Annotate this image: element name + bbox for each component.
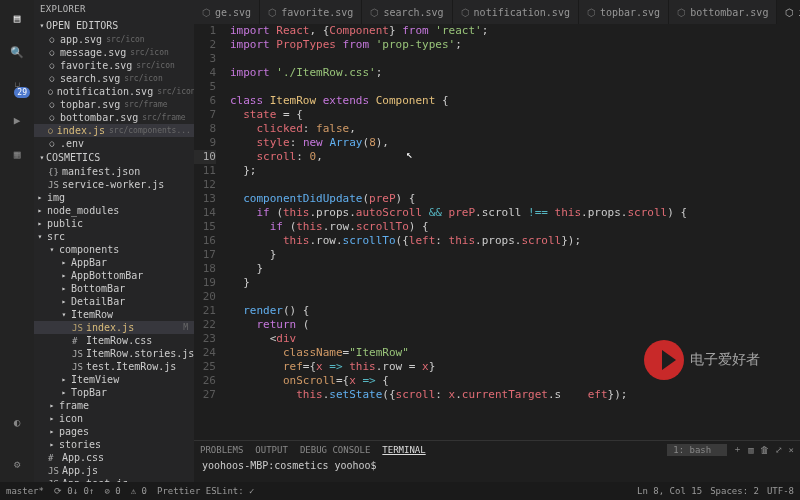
folder-itemrow[interactable]: ▾ItemRow (34, 308, 194, 321)
folder-appbar[interactable]: ▸AppBar (34, 256, 194, 269)
folder-node_modules[interactable]: ▸node_modules (34, 204, 194, 217)
close-icon[interactable]: ○ (48, 100, 56, 109)
cosmetics-header[interactable]: ▾COSMETICS (34, 150, 194, 165)
file-item[interactable]: JStest.ItemRow.js (34, 360, 194, 373)
file-item[interactable]: #ItemRow.css (34, 334, 194, 347)
folder-components[interactable]: ▾components (34, 243, 194, 256)
folder-src[interactable]: ▾src (34, 230, 194, 243)
code-line[interactable]: style: new Array(8), (230, 136, 800, 150)
folder-bottombar[interactable]: ▸BottomBar (34, 282, 194, 295)
sb-spaces[interactable]: Spaces: 2 (710, 486, 759, 496)
extensions-icon[interactable]: ▦ (7, 144, 27, 164)
code-line[interactable]: class ItemRow extends Component { (230, 94, 800, 108)
folder-icon[interactable]: ▸icon (34, 412, 194, 425)
terminal-tab-terminal[interactable]: TERMINAL (382, 445, 425, 455)
code-line[interactable] (230, 80, 800, 94)
close-panel-icon[interactable]: × (789, 445, 794, 455)
open-editor-item[interactable]: ○index.js src/components... M (34, 124, 194, 137)
terminal-tab-output[interactable]: OUTPUT (255, 445, 288, 455)
open-editor-item[interactable]: ○app.svg src/icon (34, 33, 194, 46)
open-editor-item[interactable]: ○.env (34, 137, 194, 150)
open-editor-item[interactable]: ○favorite.svg src/icon (34, 59, 194, 72)
open-editor-item[interactable]: ○search.svg src/icon (34, 72, 194, 85)
sb-branch[interactable]: master* (6, 486, 44, 496)
code-line[interactable]: clicked: false, (230, 122, 800, 136)
folder-img[interactable]: ▸img (34, 191, 194, 204)
sb-encoding[interactable]: UTF-8 (767, 486, 794, 496)
code-line[interactable]: render() { (230, 304, 800, 318)
open-editor-item[interactable]: ○message.svg src/icon (34, 46, 194, 59)
code-line[interactable]: <div (230, 332, 800, 346)
code-lines[interactable]: ↖ import React, {Component} from 'react'… (224, 24, 800, 440)
tab-bottombar-svg[interactable]: ⬡bottombar.svg (669, 0, 777, 24)
code-line[interactable] (230, 52, 800, 66)
sb-sync[interactable]: ⟳ 0↓ 0↑ (54, 486, 95, 496)
file-item[interactable]: JSItemRow.stories.js (34, 347, 194, 360)
code-line[interactable]: } (230, 248, 800, 262)
file-item[interactable]: JSindex.jsM (34, 321, 194, 334)
folder-topbar[interactable]: ▸TopBar (34, 386, 194, 399)
code-line[interactable]: componentDidUpdate(preP) { (230, 192, 800, 206)
tab-search-svg[interactable]: ⬡search.svg (362, 0, 452, 24)
sb-prettier[interactable]: Prettier ESLint: ✓ (157, 486, 255, 496)
code-line[interactable]: import PropTypes from 'prop-types'; (230, 38, 800, 52)
close-icon[interactable]: ○ (48, 35, 56, 44)
tab-ge-svg[interactable]: ⬡ge.svg (194, 0, 260, 24)
tab-index-js[interactable]: ⬡index.js.../ItemRow× (777, 0, 800, 24)
code-line[interactable]: scroll: 0, (230, 150, 800, 164)
code-line[interactable]: ref={x => this.row = x} (230, 360, 800, 374)
code-line[interactable]: this.row.scrollTo({left: this.props.scro… (230, 234, 800, 248)
file-item[interactable]: JSservice-worker.js (34, 178, 194, 191)
code-line[interactable]: this.setState({scroll: x.currentTarget.s… (230, 388, 800, 402)
code-line[interactable]: state = { (230, 108, 800, 122)
tab-favorite-svg[interactable]: ⬡favorite.svg (260, 0, 362, 24)
close-icon[interactable]: ○ (48, 87, 53, 96)
terminal-body[interactable]: yoohoos-MBP:cosmetics yoohoo$ (194, 458, 800, 473)
split-terminal-icon[interactable]: ▥ (748, 445, 753, 455)
close-icon[interactable]: ○ (48, 48, 56, 57)
file-item[interactable]: #App.css (34, 451, 194, 464)
folder-detailbar[interactable]: ▸DetailBar (34, 295, 194, 308)
scm-icon[interactable]: ⑂29 (7, 76, 27, 96)
code-line[interactable]: if (this.row.scrollTo) { (230, 220, 800, 234)
shell-select[interactable]: 1: bash (667, 444, 727, 456)
open-editors-header[interactable]: ▾OPEN EDITORS (34, 18, 194, 33)
code-editor[interactable]: 1234567891011121314151617181920212223242… (194, 24, 800, 440)
code-line[interactable]: import './ItemRow.css'; (230, 66, 800, 80)
code-line[interactable] (230, 178, 800, 192)
close-icon[interactable]: ○ (48, 74, 56, 83)
folder-pages[interactable]: ▸pages (34, 425, 194, 438)
open-editor-item[interactable]: ○bottombar.svg src/frame (34, 111, 194, 124)
code-line[interactable]: }; (230, 164, 800, 178)
code-line[interactable]: } (230, 276, 800, 290)
file-item[interactable]: {}manifest.json (34, 165, 194, 178)
code-line[interactable] (230, 290, 800, 304)
sb-line-col[interactable]: Ln 8, Col 15 (637, 486, 702, 496)
open-editor-item[interactable]: ○notification.svg src/icon (34, 85, 194, 98)
tab-topbar-svg[interactable]: ⬡topbar.svg (579, 0, 669, 24)
close-icon[interactable]: ○ (48, 113, 56, 122)
close-icon[interactable]: ○ (48, 139, 56, 148)
sb-errors[interactable]: ⊘ 0 (104, 486, 120, 496)
open-editor-item[interactable]: ○topbar.svg src/frame (34, 98, 194, 111)
folder-appbottombar[interactable]: ▸AppBottomBar (34, 269, 194, 282)
tab-notification-svg[interactable]: ⬡notification.svg (453, 0, 579, 24)
folder-itemview[interactable]: ▸ItemView (34, 373, 194, 386)
maximize-icon[interactable]: ⤢ (775, 445, 783, 455)
folder-public[interactable]: ▸public (34, 217, 194, 230)
code-line[interactable]: } (230, 262, 800, 276)
code-line[interactable]: className="ItemRow" (230, 346, 800, 360)
new-terminal-icon[interactable]: ＋ (733, 443, 742, 456)
close-icon[interactable]: ○ (48, 61, 56, 70)
trash-icon[interactable]: 🗑 (760, 445, 769, 455)
search-activity-icon[interactable]: 🔍 (7, 42, 27, 62)
explorer-icon[interactable]: ▤ (7, 8, 27, 28)
folder-frame[interactable]: ▸frame (34, 399, 194, 412)
folder-stories[interactable]: ▸stories (34, 438, 194, 451)
debug-icon[interactable]: ▶ (7, 110, 27, 130)
file-item[interactable]: JSApp.js (34, 464, 194, 477)
terminal-tab-debug-console[interactable]: DEBUG CONSOLE (300, 445, 370, 455)
code-line[interactable]: onScroll={x => { (230, 374, 800, 388)
terminal-tab-problems[interactable]: PROBLEMS (200, 445, 243, 455)
close-icon[interactable]: ○ (48, 126, 53, 135)
